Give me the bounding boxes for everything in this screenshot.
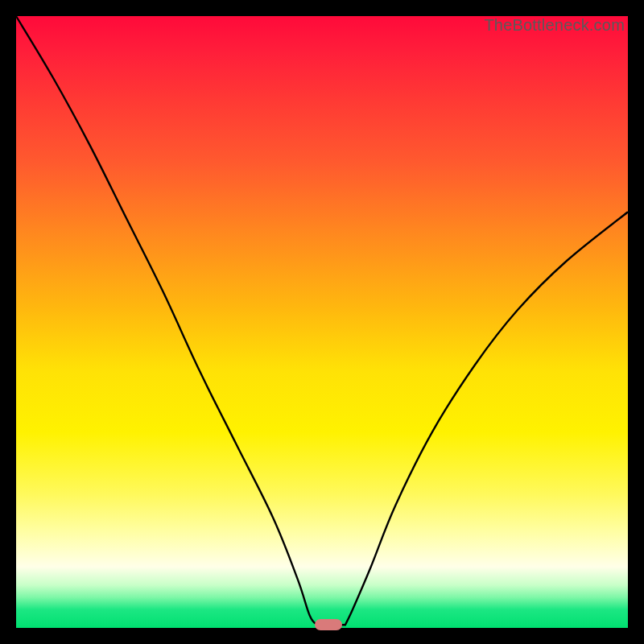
curve-path (16, 16, 628, 625)
bottleneck-curve (16, 16, 628, 628)
chart-frame: TheBottleneck.com (0, 0, 644, 644)
optimal-marker (315, 619, 342, 630)
plot-area: TheBottleneck.com (16, 16, 628, 628)
